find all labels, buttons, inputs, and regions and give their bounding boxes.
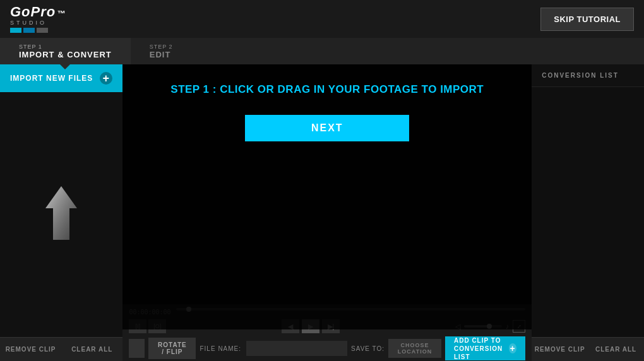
logo-sub: STUDIO (10, 20, 47, 26)
filename-label: FILE NAME: (200, 345, 241, 352)
logo-blocks (10, 28, 48, 33)
skip-tutorial-button[interactable]: SKIP TUTORIAL (540, 8, 634, 31)
next-button[interactable]: NEXT (245, 115, 409, 141)
logo-text: GoPro (10, 5, 56, 19)
center-content: STEP 1 : CLICK OR DRAG IN YOUR FOOTAGE T… (122, 64, 532, 361)
step-tabs: STEP 1 IMPORT & CONVERT STEP 2 EDIT (0, 38, 644, 64)
header: GoPro ™ STUDIO SKIP TUTORIAL (0, 0, 644, 38)
logo-block-1 (10, 28, 21, 33)
clear-all-button-left[interactable]: CLEAR ALL (61, 337, 122, 361)
remove-clip-button-left[interactable]: REMOVE CLIP (0, 337, 61, 361)
clip-thumbnail (129, 339, 145, 358)
logo-tm: ™ (57, 9, 65, 18)
step2-label: EDIT (150, 50, 173, 59)
step1-label: IMPORT & CONVERT (19, 50, 112, 59)
sidebar-content (0, 92, 122, 337)
logo-block-3 (37, 28, 48, 33)
sidebar-bottom: REMOVE CLIP CLEAR ALL (0, 337, 122, 361)
add-clip-label: ADD CLIP TOCONVERSION LIST (454, 336, 505, 361)
choose-location-button[interactable]: CHOOSE LOCATION (388, 339, 441, 358)
right-panel-bottom: REMOVE CLIP CLEAR ALL (532, 337, 644, 361)
conversion-list-header: CONVERSION LIST (532, 64, 644, 87)
right-panel: CONVERSION LIST REMOVE CLIP CLEAR ALL (532, 64, 644, 361)
import-label: IMPORT NEW FILES (10, 74, 93, 83)
filename-input[interactable] (246, 341, 347, 356)
tutorial-overlay: STEP 1 : CLICK OR DRAG IN YOUR FOOTAGE T… (122, 64, 532, 329)
add-clip-to-conversion-button[interactable]: ADD CLIP TOCONVERSION LIST + (445, 336, 525, 360)
gopro-logo: GoPro ™ STUDIO (10, 5, 65, 33)
filename-area: FILE NAME: (200, 341, 347, 356)
add-plus-icon: + (509, 343, 516, 353)
saveto-label: SAVE TO: (351, 345, 385, 352)
step-instruction: STEP 1 : CLICK OR DRAG IN YOUR FOOTAGE T… (170, 83, 484, 96)
step-prefix: STEP 1 : (170, 83, 220, 95)
upload-arrow-icon (39, 183, 83, 246)
logo-block-2 (23, 28, 35, 33)
clear-all-button-right[interactable]: CLEAR ALL (588, 337, 644, 361)
svg-marker-0 (45, 186, 77, 240)
left-sidebar: IMPORT NEW FILES + REMOVE CLIP CLEAR ALL (0, 64, 122, 361)
remove-clip-button-right[interactable]: REMOVE CLIP (532, 337, 588, 361)
step-text: CLICK OR DRAG IN YOUR FOOTAGE TO IMPORT (220, 83, 484, 95)
rotate-flip-button[interactable]: ROTATE / FLIP (148, 338, 196, 359)
bottom-controls: ROTATE / FLIP FILE NAME: SAVE TO: CHOOSE… (122, 336, 532, 361)
step2-number: STEP 2 (150, 44, 173, 50)
conversion-list-content (532, 87, 644, 337)
tab-step1[interactable]: STEP 1 IMPORT & CONVERT (0, 38, 131, 64)
tab-step2[interactable]: STEP 2 EDIT (131, 38, 192, 64)
main-layout: IMPORT NEW FILES + REMOVE CLIP CLEAR ALL (0, 64, 644, 361)
step1-number: STEP 1 (19, 44, 112, 50)
import-plus-icon: + (100, 72, 112, 85)
